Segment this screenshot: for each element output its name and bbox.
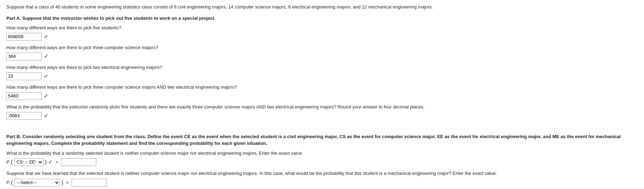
answer-row-3: ✓ — [6, 72, 638, 81]
prob-row-1: P ( CSᶜ ∩ EEᶜ CS ∩ EE CS ∪ EE CSᶜ ∪ EEᶜ … — [6, 158, 638, 166]
answer-input-3[interactable] — [6, 72, 42, 80]
part-b-q1-text: What is the probability that a randomly … — [6, 150, 638, 157]
question-4: How many different ways are there to pic… — [6, 84, 638, 100]
question-3: How many different ways are there to pic… — [6, 64, 638, 80]
answer-input-5[interactable] — [6, 112, 42, 120]
prob-row-2: P ( ---Select--- ME | CSᶜ ∩ EEᶜ CSᶜ ∩ EE… — [6, 178, 638, 187]
check-icon-4: ✓ — [44, 92, 48, 100]
close-paren-2: ) — [61, 178, 63, 187]
answer-input-4[interactable] — [6, 92, 42, 100]
check-icon-3: ✓ — [44, 72, 48, 81]
question-5-text: What is the probability that the instruc… — [6, 104, 638, 111]
answer-input-b2[interactable] — [72, 179, 107, 187]
event-dropdown-1[interactable]: CSᶜ ∩ EEᶜ CS ∩ EE CS ∪ EE CSᶜ ∪ EEᶜ — [14, 158, 43, 166]
question-5: What is the probability that the instruc… — [6, 104, 638, 120]
prob-p-label-1: P — [6, 159, 10, 166]
part-a-header-text: Suppose that the instructor wishes to pi… — [22, 16, 215, 21]
prob-p-label-2: P — [6, 179, 10, 186]
question-1: How many different ways are there to pic… — [6, 24, 638, 41]
answer-input-b1[interactable] — [61, 158, 96, 166]
answer-row-1: ✓ — [6, 33, 638, 41]
answer-input-1[interactable] — [6, 33, 42, 41]
part-b-question-1: What is the probability that a randomly … — [6, 150, 638, 167]
equals-1: = — [55, 159, 58, 166]
part-a-header: Part A. Suppose that the instructor wish… — [6, 15, 638, 22]
answer-row-4: ✓ — [6, 92, 638, 100]
part-b-header-text: Consider randomly selecting one student … — [6, 134, 621, 146]
answer-row-5: ✓ — [6, 112, 638, 120]
check-icon-5: ✓ — [44, 112, 48, 120]
equals-2: = — [66, 179, 69, 186]
answer-row-2: ✓ — [6, 53, 638, 61]
part-b-header: Part B. Consider randomly selecting one … — [6, 133, 638, 147]
check-icon-2: ✓ — [44, 53, 48, 61]
part-b-question-2: Suppose that we have learned that the se… — [6, 170, 638, 187]
question-2: How many different ways are there to pic… — [6, 44, 638, 60]
close-paren-1: ) — [45, 158, 47, 166]
check-icon-b1: ✓ — [48, 158, 53, 166]
part-a-label: Part A. — [6, 16, 21, 21]
check-icon-1: ✓ — [44, 33, 48, 41]
answer-input-2[interactable] — [6, 53, 42, 60]
intro-text: Suppose that a class of 40 students in s… — [6, 4, 638, 11]
question-2-text: How many different ways are there to pic… — [6, 44, 638, 51]
question-4-text: How many different ways are there to pic… — [6, 84, 638, 91]
event-dropdown-2[interactable]: ---Select--- ME | CSᶜ ∩ EEᶜ CSᶜ ∩ EEᶜ | … — [14, 179, 60, 187]
part-b-q2-text: Suppose that we have learned that the se… — [6, 170, 638, 177]
part-b-label: Part B. — [6, 134, 21, 139]
question-1-text: How many different ways are there to pic… — [6, 24, 638, 31]
open-paren-1: ( — [11, 158, 13, 166]
question-3-text: How many different ways are there to pic… — [6, 64, 638, 71]
open-paren-2: ( — [11, 178, 13, 187]
